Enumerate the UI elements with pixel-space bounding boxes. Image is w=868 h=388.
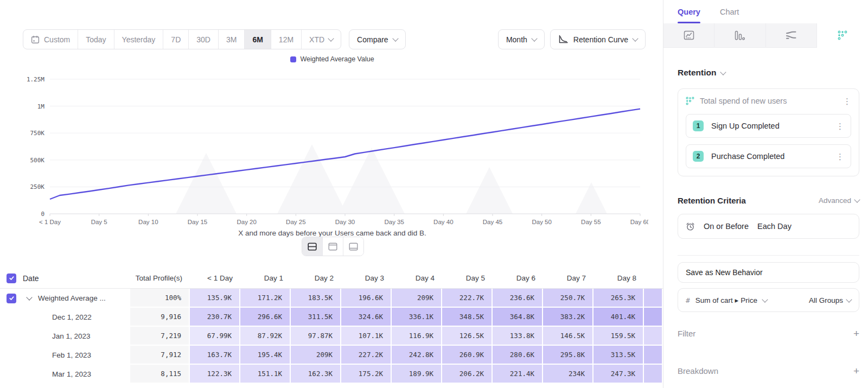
- advanced-dropdown[interactable]: Advanced: [819, 196, 859, 205]
- retention-line-series: [50, 109, 640, 199]
- event-step[interactable]: 2Purchase Completed⋮: [686, 144, 851, 168]
- y-axis-tick: 500K: [30, 157, 45, 164]
- tab-insights[interactable]: [663, 23, 714, 48]
- tab-flows[interactable]: [766, 23, 817, 48]
- retention-icon: [838, 30, 847, 40]
- retention-value-cell: 126.5K: [442, 327, 493, 346]
- legend-swatch: [290, 56, 296, 62]
- event-step[interactable]: 1Sign Up Completed⋮: [686, 114, 851, 138]
- criteria-schedule: Each Day: [757, 222, 792, 231]
- retention-value-cell-partial: [644, 365, 663, 384]
- save-as-new-behavior-button[interactable]: Save as New Behavior: [678, 262, 859, 283]
- section-title: Retention: [678, 68, 716, 78]
- retention-value-cell: 135.9K: [190, 289, 240, 308]
- chevron-down-icon: [720, 69, 726, 75]
- range-button-7d[interactable]: 7D: [163, 30, 189, 49]
- retention-value-cell: 67.99K: [190, 327, 240, 346]
- retention-value-cell: 242.8K: [392, 346, 442, 365]
- table-view-toggle[interactable]: [343, 237, 363, 256]
- range-button-xtd[interactable]: XTD: [302, 30, 341, 49]
- y-axis-tick: 0: [41, 211, 44, 218]
- retention-criteria-row: Retention Criteria Advanced: [678, 196, 859, 205]
- range-button-today[interactable]: Today: [78, 30, 114, 49]
- chart-view-toggle[interactable]: [323, 237, 343, 256]
- range-button-6m[interactable]: 6M: [245, 30, 271, 49]
- row-label: Mar 1, 2023: [52, 370, 91, 378]
- select-all-checkbox[interactable]: [7, 273, 16, 283]
- tab-query[interactable]: Query: [678, 0, 700, 23]
- range-button-3m[interactable]: 3M: [219, 30, 245, 49]
- breakdown-row: Breakdown +: [678, 366, 859, 376]
- x-axis-tick: Day 30: [335, 219, 355, 225]
- range-label: 6M: [252, 35, 263, 44]
- expand-chevron-icon[interactable]: [26, 294, 32, 300]
- tab-chart[interactable]: Chart: [720, 0, 739, 23]
- table-row: Weighted Average ...100%135.9K171.2K183.…: [0, 289, 663, 308]
- legend-label: Weighted Average Value: [300, 55, 374, 63]
- sidebar-tabs: Query Chart: [663, 0, 868, 23]
- kebab-menu-icon[interactable]: ⋮: [836, 122, 844, 130]
- x-axis-tick: Day 45: [483, 219, 502, 225]
- advanced-label: Advanced: [819, 196, 851, 205]
- x-axis-tick: Day 55: [581, 219, 601, 225]
- range-button-30d[interactable]: 30D: [189, 30, 219, 49]
- table-row: Jan 1, 20237,21967.99K87.92K97.87K107.1K…: [0, 327, 663, 346]
- add-breakdown-icon[interactable]: +: [853, 366, 859, 376]
- split-view-toggle[interactable]: [302, 237, 323, 256]
- row-checkbox[interactable]: [7, 294, 16, 303]
- retention-value-cell: 195.4K: [240, 346, 291, 365]
- report-section-dropdown[interactable]: Retention: [678, 68, 859, 78]
- chevron-down-icon: [762, 296, 768, 302]
- range-button-yesterday[interactable]: Yesterday: [114, 30, 164, 49]
- kebab-menu-icon[interactable]: ⋮: [843, 97, 851, 105]
- x-axis-tick: Day 50: [532, 219, 551, 225]
- chevron-down-icon: [632, 35, 638, 41]
- group-label: All Groups: [809, 296, 843, 304]
- retention-value-cell: 162.3K: [291, 365, 341, 384]
- range-button-custom[interactable]: Custom: [23, 30, 78, 49]
- retention-value-cell: 364.8K: [493, 308, 543, 327]
- report-type-tabs: [663, 23, 868, 48]
- add-filter-icon[interactable]: +: [853, 328, 859, 339]
- retention-value-cell: 163.7K: [190, 346, 240, 365]
- check-icon: [9, 275, 15, 281]
- granularity-label: Month: [506, 35, 527, 44]
- profiles-cell: 9,916: [130, 308, 190, 327]
- table-view-icon: [349, 243, 358, 251]
- measure-card[interactable]: # Sum of cart ▸ Price All Groups: [678, 288, 859, 312]
- group-dropdown[interactable]: All Groups: [809, 296, 851, 304]
- column-header: Day 6: [493, 268, 543, 289]
- tab-retention[interactable]: [817, 23, 868, 48]
- chart-legend: Weighted Average Value: [16, 54, 648, 64]
- retention-value-cell: 209K: [291, 346, 341, 365]
- range-label: 7D: [171, 35, 181, 44]
- retention-value-cell: 324.6K: [341, 308, 392, 327]
- retention-value-cell: 122.3K: [190, 365, 240, 384]
- retention-value-cell: 234K: [543, 365, 593, 384]
- retention-value-cell: 159.5K: [593, 327, 644, 346]
- column-header: Day 1: [240, 268, 291, 289]
- retention-value-cell: 311.5K: [291, 308, 341, 327]
- retention-value-cell: 260.9K: [442, 346, 493, 365]
- retention-curve-chart: 1.25M1M750K500K250K0< 1 DayDay 5Day 10Da…: [16, 64, 648, 227]
- tab-funnels[interactable]: [714, 23, 765, 48]
- criteria-condition-card[interactable]: On or Before Each Day: [678, 214, 859, 239]
- granularity-button[interactable]: Month: [498, 29, 545, 49]
- kebab-menu-icon[interactable]: ⋮: [836, 152, 844, 161]
- retention-value-cell: 227.2K: [341, 346, 392, 365]
- step-number-badge: 1: [693, 120, 704, 131]
- retention-value-cell: 133.8K: [493, 327, 543, 346]
- chevron-down-icon: [392, 35, 398, 41]
- retention-chart-block: Weighted Average Value 1.25M1M750K500K25…: [16, 54, 648, 237]
- column-header: Day 8: [593, 268, 644, 289]
- retention-value-cell: 296.6K: [240, 308, 291, 327]
- retention-value-cell: 87.92K: [240, 327, 291, 346]
- compare-button[interactable]: Compare: [349, 29, 406, 49]
- filter-label: Filter: [678, 329, 695, 338]
- range-button-12m[interactable]: 12M: [271, 30, 302, 49]
- chart-type-button[interactable]: Retention Curve: [550, 29, 646, 49]
- chart-caption: X and more days before your Users came b…: [16, 229, 648, 237]
- retention-value-cell: 401.4K: [593, 308, 644, 327]
- x-axis-tick: Day 20: [237, 219, 256, 225]
- profiles-cell: 7,912: [130, 346, 190, 365]
